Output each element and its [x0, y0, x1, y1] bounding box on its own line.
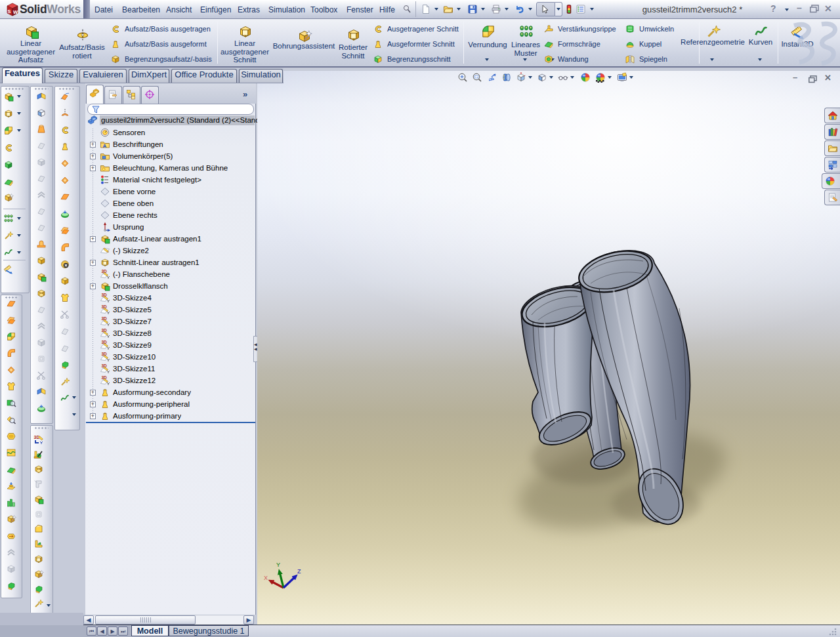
svg-text:Y: Y: [276, 562, 280, 568]
svg-text:W: W: [13, 9, 18, 15]
svg-text:X: X: [264, 575, 268, 581]
svg-text:S: S: [8, 9, 11, 14]
svg-text:Z: Z: [297, 568, 301, 575]
